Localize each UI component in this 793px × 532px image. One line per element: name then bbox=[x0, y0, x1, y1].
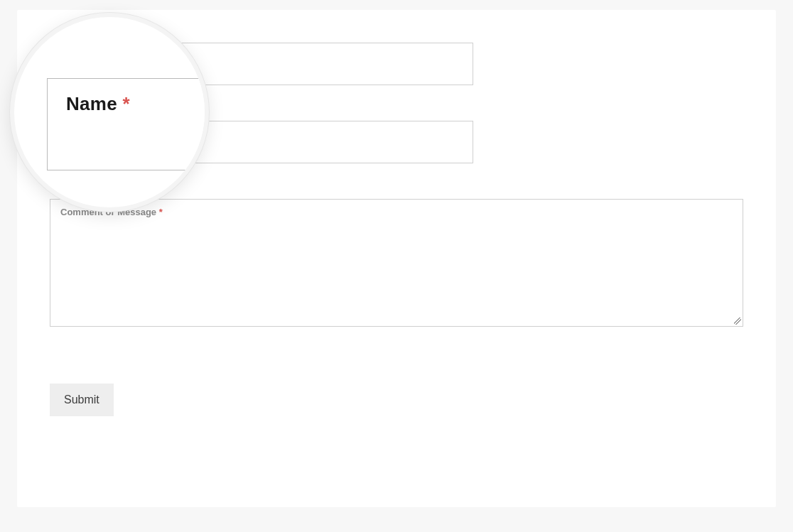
required-mark: * bbox=[123, 93, 130, 114]
message-textarea[interactable]: Comment or Message * bbox=[50, 199, 743, 327]
required-mark: * bbox=[159, 207, 163, 217]
message-field-group: Comment or Message * bbox=[50, 199, 743, 327]
submit-wrap: Submit bbox=[50, 384, 743, 416]
magnified-name-input: Name * bbox=[47, 78, 209, 170]
magnifier-lens: Name * bbox=[10, 13, 209, 212]
magnified-name-label: Name * bbox=[66, 93, 130, 114]
submit-button[interactable]: Submit bbox=[50, 384, 114, 416]
